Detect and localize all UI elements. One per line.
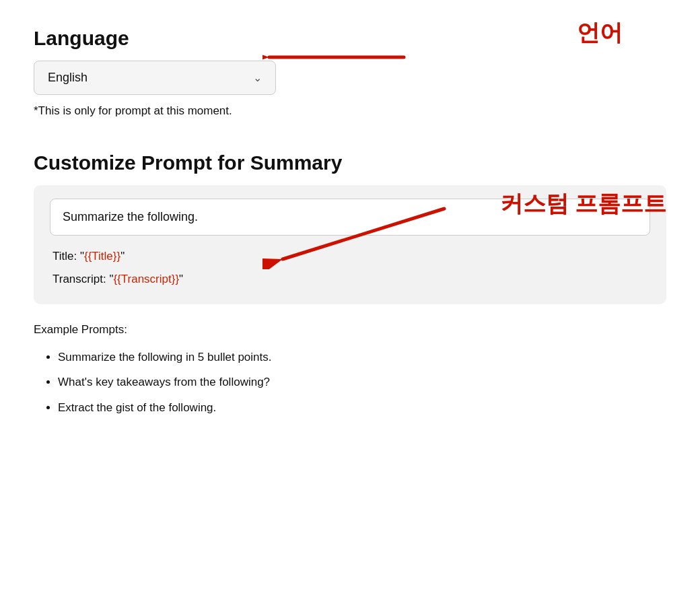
prompt-input[interactable] bbox=[50, 199, 650, 236]
template-title-line: Title: "{{Title}}" bbox=[53, 245, 650, 268]
template-title-var: {{Title}} bbox=[84, 250, 120, 263]
template-transcript-prefix: Transcript: " bbox=[53, 273, 113, 285]
example-list: Summarize the following in 5 bullet poin… bbox=[34, 345, 666, 420]
language-title: Language bbox=[34, 27, 666, 50]
language-select[interactable]: English ⌄ bbox=[34, 61, 276, 95]
language-section: Language English ⌄ *This is only for pro… bbox=[34, 27, 666, 118]
list-item: What's key takeaways from the following? bbox=[58, 370, 666, 394]
examples-title: Example Prompts: bbox=[34, 323, 666, 337]
language-select-value: English bbox=[48, 71, 88, 85]
template-lines: Title: "{{Title}}" Transcript: "{{Transc… bbox=[50, 245, 650, 291]
template-title-suffix: " bbox=[120, 250, 125, 263]
prompt-section-title: Customize Prompt for Summary bbox=[34, 151, 666, 174]
examples-section: Example Prompts: Summarize the following… bbox=[34, 323, 666, 420]
language-note: *This is only for prompt at this moment. bbox=[34, 104, 666, 118]
list-item: Extract the gist of the following. bbox=[58, 395, 666, 420]
template-title-prefix: Title: " bbox=[53, 250, 84, 263]
list-item: Summarize the following in 5 bullet poin… bbox=[58, 345, 666, 370]
chevron-down-icon: ⌄ bbox=[253, 71, 262, 84]
template-transcript-suffix: " bbox=[179, 273, 183, 285]
prompt-box: Title: "{{Title}}" Transcript: "{{Transc… bbox=[34, 185, 666, 304]
template-transcript-var: {{Transcript}} bbox=[113, 273, 179, 285]
prompt-section: Customize Prompt for Summary Title: "{{T… bbox=[34, 151, 666, 304]
template-transcript-line: Transcript: "{{Transcript}}" bbox=[53, 268, 650, 291]
